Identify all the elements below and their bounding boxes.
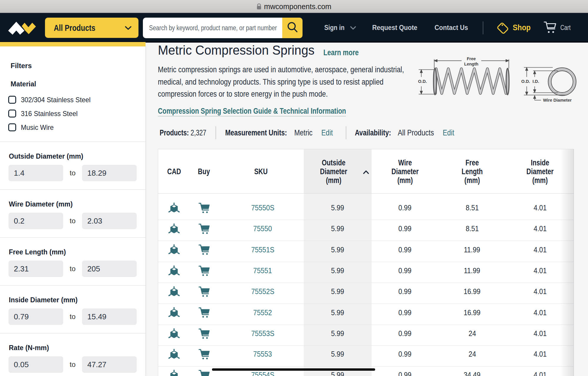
svg-text:O.D.: O.D. bbox=[521, 79, 530, 84]
svg-text:O.D.: O.D. bbox=[418, 79, 427, 84]
svg-text:I.D.: I.D. bbox=[532, 79, 539, 84]
svg-text:Free: Free bbox=[467, 56, 476, 61]
svg-text:Wire Diameter: Wire Diameter bbox=[543, 98, 572, 103]
svg-text:Length: Length bbox=[464, 62, 478, 66]
